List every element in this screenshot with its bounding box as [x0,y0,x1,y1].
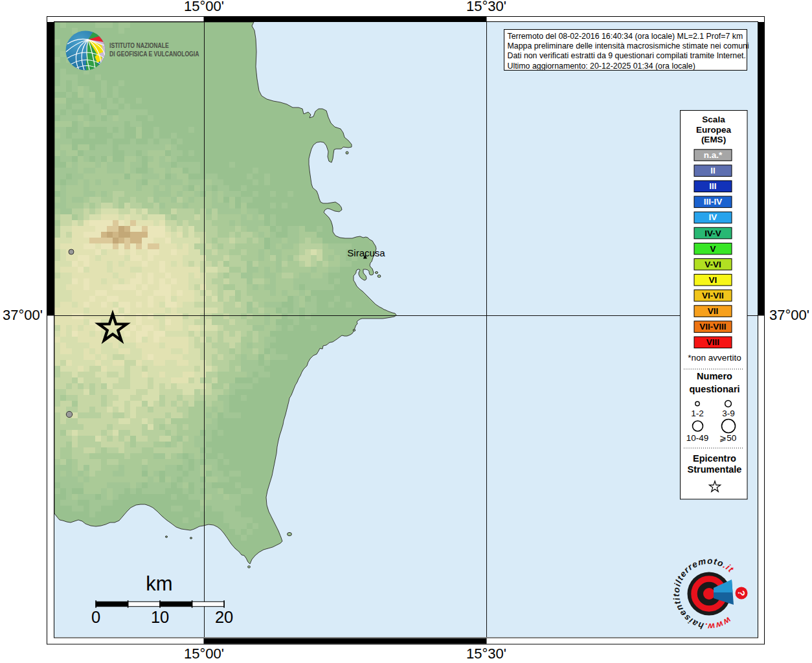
svg-text:questionari: questionari [689,384,739,394]
svg-text:Ultimo aggiornamento: 20-12-20: Ultimo aggiornamento: 20-12-2025 01:34 (… [508,62,695,71]
svg-text:II: II [710,166,716,175]
svg-text:III: III [709,181,716,191]
svg-text:15°00': 15°00' [184,646,224,662]
svg-text:*non avvertito: *non avvertito [688,353,741,363]
svg-text:Scala: Scala [702,115,725,124]
svg-text:37°00': 37°00' [3,307,43,323]
svg-text:n.a.*: n.a.* [704,150,723,160]
svg-text:Strumentale: Strumentale [688,464,742,475]
svg-text:IV-V: IV-V [705,229,721,238]
svg-text:Europea: Europea [696,125,732,135]
svg-text:15°00': 15°00' [184,0,224,14]
svg-text:Mappa preliminare delle intens: Mappa preliminare delle intensità macros… [508,41,749,51]
svg-text:DI GEOFISICA E VULCANOLOGIA: DI GEOFISICA E VULCANOLOGIA [109,50,199,58]
svg-text:15°30': 15°30' [466,646,506,662]
svg-text:20: 20 [215,608,233,626]
svg-text:km: km [146,572,172,595]
svg-text:Epicentro: Epicentro [693,453,736,464]
svg-text:ISTITUTO NAZIONALE: ISTITUTO NAZIONALE [109,41,169,49]
svg-text:15°30': 15°30' [466,0,506,14]
svg-text:VIII: VIII [706,337,719,347]
svg-text:VII-VIII: VII-VIII [699,322,726,332]
svg-text:VI-VII: VI-VII [702,291,724,300]
svg-text:10-49: 10-49 [686,433,709,443]
svg-text:Dati non verificati estratti d: Dati non verificati estratti da 9 questi… [508,51,746,60]
svg-text:VI: VI [709,275,717,285]
svg-text:V: V [710,244,716,254]
svg-text:(EMS): (EMS) [701,135,726,144]
svg-text:3-9: 3-9 [722,409,735,418]
svg-text:III-IV: III-IV [704,197,723,207]
svg-text:⩾50: ⩾50 [719,433,736,443]
svg-text:IV: IV [709,212,717,222]
svg-text:?: ? [736,590,747,596]
svg-text:0: 0 [91,608,100,626]
svg-text:10: 10 [151,608,169,626]
svg-text:37°00': 37°00' [769,307,809,323]
svg-text:1-2: 1-2 [691,409,704,418]
svg-text:Numero: Numero [697,371,732,381]
svg-text:V-VI: V-VI [705,260,721,269]
svg-text:Siracusa: Siracusa [347,247,385,258]
svg-text:VII: VII [708,306,719,316]
svg-text:Terremoto del 08-02-2016 16:40: Terremoto del 08-02-2016 16:40:34 (ora l… [508,32,743,41]
